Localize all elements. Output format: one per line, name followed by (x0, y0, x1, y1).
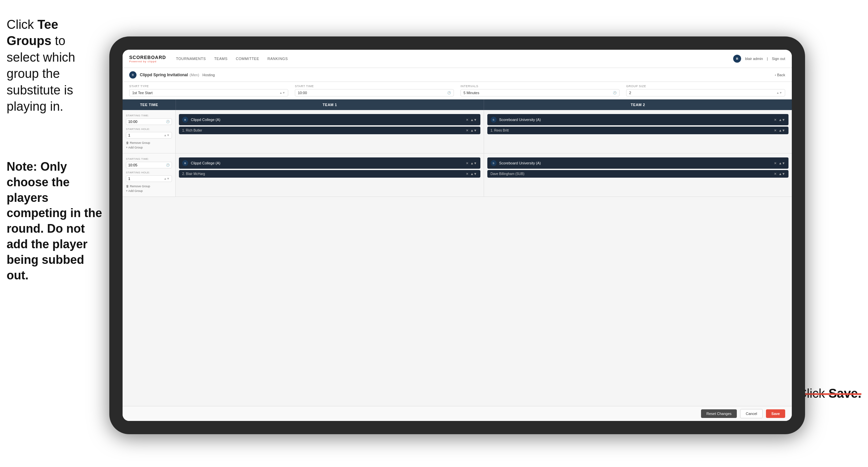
reset-changes-button[interactable]: Reset Changes (701, 409, 737, 418)
col-tee-header: Tee Time (123, 99, 176, 110)
start-time-input[interactable]: 10:00 🕐 (295, 89, 454, 96)
breadcrumb-hosting: Hosting (203, 73, 215, 77)
player-actions-1-1: ✕ ▲▼ (466, 128, 477, 132)
main-body: STARTING TIME: 10:00 🕐 STARTING HOLE: 1 … (123, 110, 792, 406)
tee-cell-1: STARTING TIME: 10:00 🕐 STARTING HOLE: 1 … (123, 110, 176, 153)
settings-row: Start Type 1st Tee Start ▲▼ Start Time 1… (123, 82, 792, 99)
tablet-frame: SCOREBOARD Powered by clippd TOURNAMENTS… (109, 36, 805, 434)
starting-time-label-2: STARTING TIME: (126, 157, 172, 160)
nav-teams[interactable]: TEAMS (214, 55, 227, 62)
team1-name-1: Clippd College (A) (191, 118, 463, 122)
start-time-clock-icon: 🕐 (447, 91, 451, 94)
nav-tournaments[interactable]: TOURNAMENTS (176, 55, 206, 62)
add-group-button-2[interactable]: + Add Group (126, 189, 172, 193)
player-close-icon-2-2[interactable]: ✕ (774, 172, 777, 176)
team1-cell-1: B Clippd College (A) ✕ ▲▼ 1. Rich Butler… (176, 110, 484, 153)
remove-group-button-1[interactable]: 🗑 Remove Group (126, 141, 172, 145)
back-button[interactable]: ‹ Back (775, 73, 785, 77)
team1-expand-icon-2[interactable]: ▲▼ (470, 162, 477, 165)
nav-logo: SCOREBOARD Powered by clippd (129, 55, 166, 63)
team2-close-icon-1[interactable]: ✕ (774, 118, 777, 122)
team2-entry-2[interactable]: S Scoreboard University (A) ✕ ▲▼ (487, 157, 789, 169)
team1-close-icon-2[interactable]: ✕ (466, 162, 468, 165)
nav-rankings[interactable]: RANKINGS (267, 55, 287, 62)
breadcrumb: B Clippd Spring Invitational (Men) Hosti… (123, 68, 792, 82)
cancel-button[interactable]: Cancel (740, 409, 763, 418)
save-button[interactable]: Save (766, 409, 785, 418)
breadcrumb-icon: B (129, 71, 136, 79)
team1-actions-1: ✕ ▲▼ (466, 118, 477, 122)
starting-hole-label-1: STARTING HOLE: (126, 127, 172, 130)
player-expand-icon-1-1[interactable]: ▲▼ (470, 128, 477, 132)
player-actions-1-2: ✕ ▲▼ (466, 172, 477, 176)
starting-time-label-1: STARTING TIME: (126, 114, 172, 117)
team1-icon-2: B (182, 160, 188, 166)
player-expand-icon-2-2[interactable]: ▲▼ (779, 172, 785, 176)
trash-icon-1: 🗑 (126, 141, 129, 145)
player-expand-icon-1-2[interactable]: ▲▼ (470, 172, 477, 176)
hole-arrow-icon-1: ▲▼ (164, 134, 169, 137)
col-team2-header: Team 2 (484, 99, 792, 110)
team1-entry-2[interactable]: B Clippd College (A) ✕ ▲▼ (179, 157, 480, 169)
team1-expand-icon-1[interactable]: ▲▼ (470, 118, 477, 122)
player-name-2-2: Dave Billingham (SUB) (491, 172, 772, 176)
nav-user: B blair admin | Sign out (733, 55, 785, 63)
player-close-icon-1-1[interactable]: ✕ (466, 128, 468, 132)
player-close-icon-2-1[interactable]: ✕ (774, 128, 777, 132)
logo-sub: Powered by clippd (129, 60, 166, 63)
nav-links: TOURNAMENTS TEAMS COMMITTEE RANKINGS (176, 55, 733, 62)
intervals-input[interactable]: 5 Minutes 🕐 (461, 89, 620, 96)
player-entry-2-2[interactable]: Dave Billingham (SUB) ✕ ▲▼ (487, 170, 789, 178)
remove-group-button-2[interactable]: 🗑 Remove Group (126, 185, 172, 188)
player-entry-1-1[interactable]: 1. Rich Butler ✕ ▲▼ (179, 126, 480, 134)
team2-expand-icon-2[interactable]: ▲▼ (779, 162, 785, 165)
nav-separator: | (767, 57, 768, 61)
team1-cell-2: B Clippd College (A) ✕ ▲▼ 2. Blair McHar… (176, 153, 484, 197)
start-time-group: Start Time 10:00 🕐 (295, 85, 454, 96)
team2-close-icon-2[interactable]: ✕ (774, 162, 777, 165)
table-header: Tee Time Team 1 Team 2 (123, 99, 792, 110)
col-team1-header: Team 1 (176, 99, 484, 110)
group-size-input[interactable]: 2 ▲▼ (626, 89, 785, 96)
user-name: blair admin (745, 57, 763, 61)
team1-close-icon-1[interactable]: ✕ (466, 118, 468, 122)
logo-title: SCOREBOARD (129, 55, 166, 60)
time-clock-icon-1: 🕐 (166, 120, 169, 123)
group-size-arrow: ▲▼ (776, 91, 782, 94)
avatar: B (733, 55, 741, 63)
player-entry-1-2[interactable]: 2. Blair McHarg ✕ ▲▼ (179, 170, 480, 178)
tablet-screen: SCOREBOARD Powered by clippd TOURNAMENTS… (123, 50, 792, 421)
player-entry-2-1[interactable]: 1. Rees Britt ✕ ▲▼ (487, 126, 789, 134)
intervals-clock-icon: 🕐 (613, 91, 617, 94)
team2-actions-1: ✕ ▲▼ (774, 118, 785, 122)
sign-out-link[interactable]: Sign out (772, 57, 785, 61)
tee-cell-2: STARTING TIME: 10:05 🕐 STARTING HOLE: 1 … (123, 153, 176, 197)
trash-icon-2: 🗑 (126, 185, 129, 188)
player-expand-icon-2-1[interactable]: ▲▼ (779, 128, 785, 132)
starting-hole-input-1[interactable]: 1 ▲▼ (126, 132, 172, 139)
start-type-label: Start Type (129, 85, 288, 88)
team2-entry-1[interactable]: S Scoreboard University (A) ✕ ▲▼ (487, 114, 789, 125)
player-actions-2-2: ✕ ▲▼ (774, 172, 785, 176)
start-time-label: Start Time (295, 85, 454, 88)
breadcrumb-title: Clippd Spring Invitational (140, 72, 188, 77)
team2-cell-2: S Scoreboard University (A) ✕ ▲▼ Dave Bi… (484, 153, 792, 197)
nav-committee[interactable]: COMMITTEE (236, 55, 259, 62)
group-size-group: Group Size 2 ▲▼ (626, 85, 785, 96)
team1-entry-1[interactable]: B Clippd College (A) ✕ ▲▼ (179, 114, 480, 125)
start-type-arrow: ▲▼ (279, 91, 285, 94)
team2-actions-2: ✕ ▲▼ (774, 162, 785, 165)
player-close-icon-1-2[interactable]: ✕ (466, 172, 468, 176)
starting-hole-input-2[interactable]: 1 ▲▼ (126, 175, 172, 182)
add-group-button-1[interactable]: + Add Group (126, 146, 172, 149)
action-bar: Reset Changes Cancel Save (123, 406, 792, 421)
intervals-group: Intervals 5 Minutes 🕐 (461, 85, 620, 96)
team2-name-2: Scoreboard University (A) (499, 161, 772, 165)
starting-time-input-2[interactable]: 10:05 🕐 (126, 162, 172, 168)
team2-icon-2: S (491, 160, 497, 166)
starting-time-input-1[interactable]: 10:00 🕐 (126, 118, 172, 125)
player-actions-2-1: ✕ ▲▼ (774, 128, 785, 132)
team2-expand-icon-1[interactable]: ▲▼ (779, 118, 785, 122)
navbar: SCOREBOARD Powered by clippd TOURNAMENTS… (123, 50, 792, 68)
start-type-input[interactable]: 1st Tee Start ▲▼ (129, 89, 288, 96)
